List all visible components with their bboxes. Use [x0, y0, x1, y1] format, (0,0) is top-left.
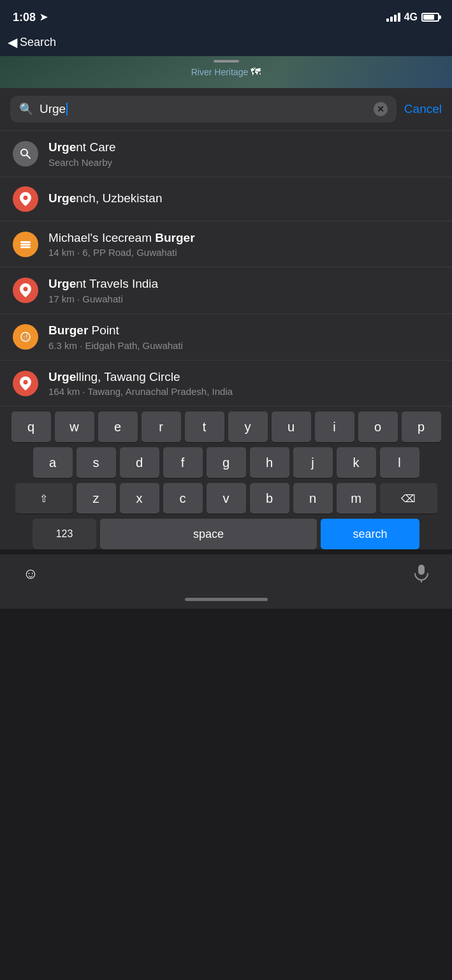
key-search[interactable]: search [321, 519, 419, 549]
result-text: Urgelling, Tawang Circle 164 km · Tawang… [48, 369, 439, 397]
signal-icon [386, 13, 400, 22]
key-s[interactable]: s [77, 447, 116, 478]
result-title: Michael's Icecream Burger [48, 230, 439, 246]
key-q[interactable]: q [11, 412, 51, 442]
network-type: 4G [404, 11, 418, 23]
text-cursor [66, 103, 68, 115]
result-item[interactable]: Urgent Care Search Nearby [0, 131, 452, 177]
result-subtitle: 14 km · 6, PP Road, Guwahati [48, 247, 439, 258]
result-icon-restaurant: 🍴 [13, 324, 38, 350]
key-p[interactable]: p [402, 412, 441, 442]
result-title: Urgent Care [48, 140, 439, 156]
key-l[interactable]: l [380, 447, 419, 478]
key-c[interactable]: c [163, 483, 203, 514]
key-f[interactable]: f [163, 447, 203, 478]
key-u[interactable]: u [272, 412, 311, 442]
result-text: Urgent Travels India 17 km · Guwahati [48, 276, 439, 304]
home-indicator [0, 593, 452, 609]
result-text: Burger Point 6.3 km · Eidgah Path, Guwah… [48, 323, 439, 351]
search-bar[interactable]: 🔍 Urge ✕ [10, 96, 397, 122]
result-title: Urgelling, Tawang Circle [48, 369, 439, 385]
result-item[interactable]: Michael's Icecream Burger 14 km · 6, PP … [0, 221, 452, 268]
key-a[interactable]: a [33, 447, 73, 478]
status-left: 1:08 ➤ [13, 11, 48, 24]
keyboard-row-3: ⇧ z x c v b n m ⌫ [3, 483, 449, 514]
svg-point-9 [24, 380, 28, 384]
clear-button[interactable]: ✕ [374, 102, 388, 116]
back-arrow-icon: ◀ [8, 34, 17, 50]
back-button[interactable]: ◀ Search [8, 34, 56, 50]
search-icon: 🔍 [19, 102, 33, 116]
result-icon-search [13, 141, 38, 167]
keyboard: q w e r t y u i o p a s d f g h j k l ⇧ … [0, 406, 452, 549]
results-list: Urgent Care Search Nearby Urgench, Uzbek… [0, 131, 452, 406]
location-icon: ➤ [40, 11, 48, 23]
key-k[interactable]: k [337, 447, 376, 478]
key-h[interactable]: h [250, 447, 289, 478]
key-d[interactable]: d [120, 447, 159, 478]
emoji-button[interactable]: ☺ [19, 562, 42, 585]
map-preview: River Heritage 🗺 [0, 56, 452, 88]
search-area: 🔍 Urge ✕ Cancel [0, 88, 452, 131]
result-title: Urgench, Uzbekistan [48, 191, 439, 207]
keyboard-row-2: a s d f g h j k l [3, 447, 449, 478]
svg-rect-5 [20, 246, 31, 248]
status-bar: 1:08 ➤ 4G [0, 0, 452, 32]
key-r[interactable]: r [142, 412, 181, 442]
result-item[interactable]: Urgent Travels India 17 km · Guwahati [0, 267, 452, 314]
map-icon: 🗺 [251, 66, 261, 78]
key-y[interactable]: y [228, 412, 268, 442]
key-delete[interactable]: ⌫ [380, 483, 437, 514]
back-label: Search [20, 36, 56, 49]
status-right: 4G [386, 11, 439, 23]
key-v[interactable]: v [207, 483, 246, 514]
key-i[interactable]: i [315, 412, 354, 442]
result-icon-pin [13, 278, 38, 303]
svg-rect-3 [20, 241, 31, 243]
keyboard-row-4: 123 space search [3, 519, 449, 549]
keyboard-row-1: q w e r t y u i o p [3, 412, 449, 442]
key-e[interactable]: e [98, 412, 138, 442]
battery-icon [421, 13, 439, 22]
svg-text:🍴: 🍴 [21, 332, 30, 341]
result-text: Michael's Icecream Burger 14 km · 6, PP … [48, 230, 439, 258]
result-subtitle: 6.3 km · Eidgah Path, Guwahati [48, 340, 439, 351]
result-item[interactable]: Urgench, Uzbekistan [0, 177, 452, 221]
key-z[interactable]: z [77, 483, 116, 514]
result-text: Urgent Care Search Nearby [48, 140, 439, 168]
result-icon-pin [13, 186, 38, 212]
key-x[interactable]: x [120, 483, 159, 514]
result-text: Urgench, Uzbekistan [48, 191, 439, 207]
key-space[interactable]: space [100, 519, 317, 549]
result-title: Urgent Travels India [48, 276, 439, 292]
key-numbers[interactable]: 123 [33, 519, 96, 549]
result-icon-pin [13, 371, 38, 396]
key-t[interactable]: t [185, 412, 224, 442]
key-shift[interactable]: ⇧ [15, 483, 73, 514]
result-title: Burger Point [48, 323, 439, 339]
svg-rect-4 [20, 244, 31, 246]
key-g[interactable]: g [207, 447, 246, 478]
result-item[interactable]: 🍴 Burger Point 6.3 km · Eidgah Path, Guw… [0, 314, 452, 360]
microphone-button[interactable] [410, 562, 433, 585]
cancel-button[interactable]: Cancel [397, 102, 442, 116]
nav-bar: ◀ Search [0, 32, 452, 56]
bottom-bar: ☺ [0, 554, 452, 593]
result-item[interactable]: Urgelling, Tawang Circle 164 km · Tawang… [0, 360, 452, 407]
key-b[interactable]: b [250, 483, 289, 514]
search-query: Urge [40, 102, 66, 116]
svg-line-1 [27, 155, 30, 158]
key-w[interactable]: w [55, 412, 94, 442]
key-j[interactable]: j [293, 447, 333, 478]
map-label: River Heritage [191, 67, 248, 77]
svg-point-6 [24, 287, 28, 292]
home-bar [185, 598, 268, 601]
search-input[interactable]: Urge [40, 102, 367, 116]
key-m[interactable]: m [337, 483, 376, 514]
time-display: 1:08 [13, 11, 36, 24]
key-o[interactable]: o [358, 412, 398, 442]
result-subtitle: 17 km · Guwahati [48, 293, 439, 304]
svg-rect-10 [418, 565, 425, 575]
svg-point-2 [24, 195, 28, 200]
key-n[interactable]: n [293, 483, 333, 514]
